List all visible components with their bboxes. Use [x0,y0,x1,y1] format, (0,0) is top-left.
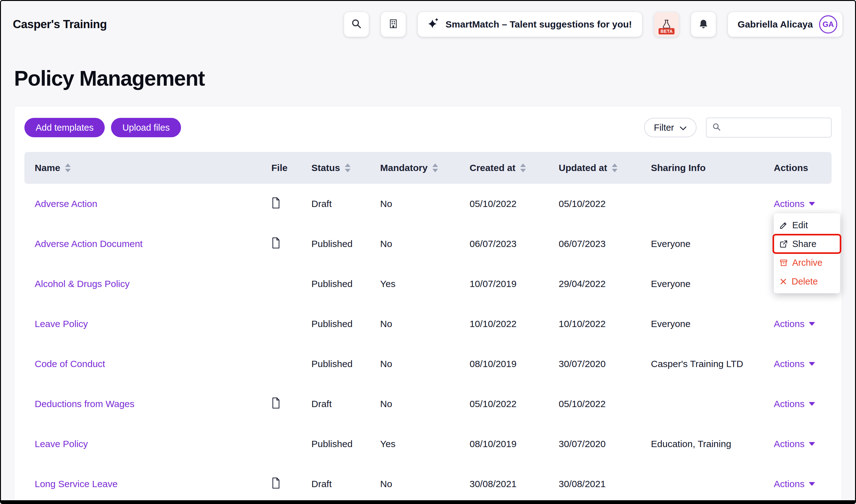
created-at-cell: 08/10/2019 [469,359,559,369]
updated-at-cell: 10/10/2022 [559,319,651,329]
user-menu-button[interactable]: Gabriella Alicaya GA [728,12,842,37]
status-cell: Published [311,278,380,289]
column-header-status[interactable]: Status [311,163,380,173]
card-toolbar: Add templates Upload files Filter [24,118,832,138]
file-icon[interactable] [271,400,280,411]
updated-at-cell: 05/10/2022 [559,199,651,209]
topbar: Casper's Training SmartMatch – Talent su… [1,1,855,48]
column-header-name[interactable]: Name [24,163,271,173]
column-header-mandatory[interactable]: Mandatory [380,163,469,173]
created-at-cell: 05/10/2022 [469,399,559,409]
search-icon [351,18,362,30]
sharing-info-cell: Education, Training [651,439,774,449]
sort-icon[interactable] [344,163,351,173]
policy-name-link[interactable]: Leave Policy [24,439,271,449]
row-actions-button[interactable]: Actions [774,439,832,449]
filter-button[interactable]: Filter [644,118,697,137]
table-row: Adverse ActionDraftNo05/10/202205/10/202… [24,184,832,224]
created-at-cell: 10/07/2019 [469,278,559,289]
policy-name-link[interactable]: Adverse Action [24,199,271,209]
file-icon[interactable] [271,480,280,490]
menu-item-share[interactable]: Share [774,234,840,253]
file-icon[interactable] [271,200,280,211]
app-window: Casper's Training SmartMatch – Talent su… [0,0,856,504]
status-cell: Published [311,439,380,449]
column-label: Actions [774,163,808,173]
mandatory-cell: No [380,399,469,409]
updated-at-cell: 29/04/2022 [559,278,651,289]
status-cell: Published [311,238,380,249]
policy-name-link[interactable]: Long Service Leave [24,479,271,489]
row-actions-button[interactable]: Actions [774,399,832,409]
avatar: GA [819,15,837,34]
add-templates-button[interactable]: Add templates [24,118,105,137]
table-search [706,118,832,138]
archive-icon [780,258,788,267]
row-actions-button[interactable]: Actions [774,199,832,209]
table-search-input[interactable] [725,122,825,133]
mandatory-cell: No [380,479,469,489]
row-actions-button[interactable]: Actions [774,359,832,369]
filter-label: Filter [654,123,674,133]
file-cell [271,237,311,251]
updated-at-cell: 05/10/2022 [559,399,651,409]
x-icon [780,277,787,286]
sharing-info-cell: Everyone [651,238,774,249]
table-row: Alcohol & Drugs PolicyPublishedYes10/07/… [24,264,832,304]
building-icon [388,18,398,30]
search-icon [712,123,721,132]
policy-name-link[interactable]: Leave Policy [24,319,271,329]
table-row: Leave PolicyPublishedYes08/10/201930/07/… [24,424,832,464]
caret-down-icon [809,402,815,406]
policy-management-card: Add templates Upload files Filter NameFi… [14,106,842,504]
caret-down-icon [809,362,815,366]
status-cell: Draft [311,199,380,209]
policy-name-link[interactable]: Deductions from Wages [24,399,271,409]
mandatory-cell: Yes [380,278,469,289]
sort-icon[interactable] [432,163,438,173]
created-at-cell: 08/10/2019 [469,439,559,449]
column-header-sharing-info: Sharing Info [651,163,774,173]
chevron-down-icon [680,123,686,133]
status-cell: Published [311,359,380,369]
column-header-actions: Actions [774,163,832,173]
created-at-cell: 30/08/2021 [469,479,559,489]
updated-at-cell: 06/07/2023 [559,238,651,249]
menu-item-archive[interactable]: Archive [774,253,840,272]
policy-name-link[interactable]: Code of Conduct [24,359,271,369]
mandatory-cell: No [380,359,469,369]
sort-icon[interactable] [65,163,71,173]
sort-icon[interactable] [520,163,526,173]
column-header-created-at[interactable]: Created at [469,163,559,173]
user-name: Gabriella Alicaya [737,19,813,30]
smartmatch-button[interactable]: SmartMatch – Talent suggestions for you! [418,12,642,37]
actions-dropdown-menu: EditShareArchiveDelete [774,213,840,293]
row-actions-label: Actions [774,399,804,409]
menu-item-edit[interactable]: Edit [774,216,840,234]
row-actions-label: Actions [774,479,804,489]
column-header-updated-at[interactable]: Updated at [559,163,651,173]
row-actions-label: Actions [774,199,804,209]
file-cell [271,197,311,211]
column-label: Sharing Info [651,163,706,173]
upload-files-button[interactable]: Upload files [111,118,181,137]
policy-name-link[interactable]: Adverse Action Document [24,238,271,249]
menu-item-label: Delete [791,276,818,287]
updated-at-cell: 30/07/2020 [559,359,651,369]
search-button[interactable] [344,12,369,37]
row-actions-button[interactable]: Actions [774,479,832,489]
created-at-cell: 06/07/2023 [469,238,559,249]
beta-labs-button[interactable]: BETA [654,12,679,37]
notifications-button[interactable] [691,12,716,37]
topbar-actions: SmartMatch – Talent suggestions for you!… [344,12,842,37]
row-actions-button[interactable]: Actions [774,319,832,329]
sort-icon[interactable] [611,163,618,173]
sparkles-icon [428,18,439,31]
organisation-button[interactable] [381,12,406,37]
menu-item-delete[interactable]: Delete [774,272,840,291]
sharing-info-cell: Casper's Training LTD [651,359,774,369]
beta-badge: BETA [659,28,675,34]
policy-name-link[interactable]: Alcohol & Drugs Policy [24,278,271,289]
file-icon[interactable] [271,240,280,250]
row-actions-label: Actions [774,359,804,369]
